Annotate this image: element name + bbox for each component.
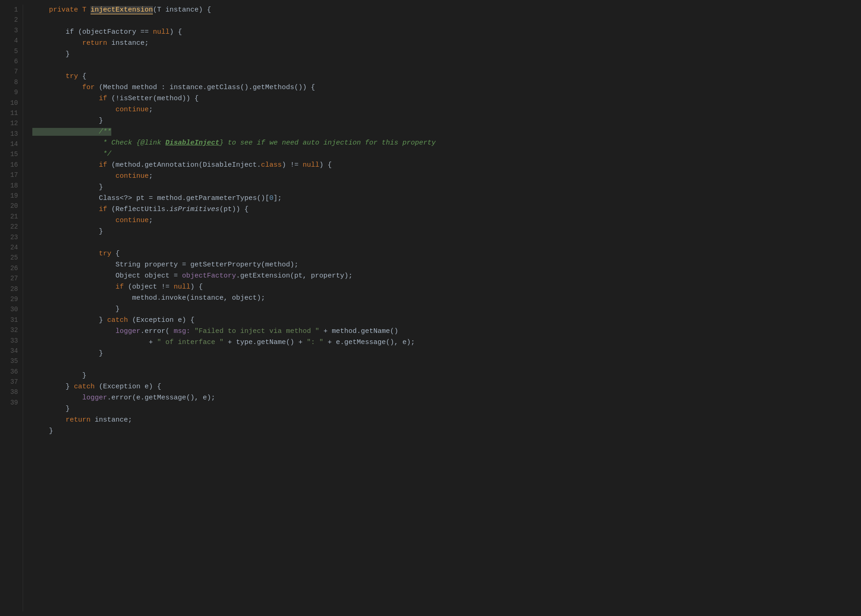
line-number: 38 <box>5 387 18 397</box>
line-number: 24 <box>5 242 18 253</box>
token: } <box>32 305 120 313</box>
line-number: 7 <box>5 66 18 77</box>
code-line: return instance; <box>32 415 852 426</box>
code-line: + " of interface " + type.getName() + ":… <box>32 337 852 348</box>
token: ) { <box>319 161 332 169</box>
line-number: 22 <box>5 222 18 232</box>
token: (Method method : instance.getClass().get… <box>95 84 315 91</box>
code-line: return instance; <box>32 38 852 49</box>
token: return <box>66 416 91 424</box>
token: + <box>32 338 157 346</box>
token: ) != <box>282 161 303 169</box>
line-number: 6 <box>5 56 18 66</box>
token: " of interface " <box>157 338 224 346</box>
line-number: 36 <box>5 367 18 377</box>
line-number: 35 <box>5 356 18 366</box>
line-number: 19 <box>5 191 18 201</box>
token: { <box>111 250 120 258</box>
token: (Exception e) { <box>95 383 161 391</box>
token: method.invoke(instance, object); <box>32 294 265 302</box>
token: "Failed to inject via method " <box>194 327 319 335</box>
line-number: 8 <box>5 77 18 87</box>
token: injectExtension <box>91 6 153 14</box>
token: instance; <box>107 39 149 47</box>
code-line: } <box>32 182 852 193</box>
code-line: logger.error(e.getMessage(), e); <box>32 393 852 404</box>
token <box>32 394 82 402</box>
code-line: method.invoke(instance, object); <box>32 293 852 304</box>
token: continue <box>115 217 149 224</box>
code-line: Object object = objectFactory.getExtensi… <box>32 271 852 282</box>
token: } <box>32 50 70 58</box>
token: } <box>32 316 107 324</box>
code-line: continue; <box>32 104 852 115</box>
token: ]; <box>273 194 282 202</box>
token: class <box>261 161 282 169</box>
code-line <box>32 237 852 248</box>
token <box>32 106 115 114</box>
token <box>32 250 99 258</box>
token: if <box>115 283 124 291</box>
token <box>32 416 66 424</box>
code-line: } <box>32 426 852 437</box>
token: objectFactory <box>182 272 236 280</box>
line-number: 5 <box>5 46 18 56</box>
line-number: 32 <box>5 325 18 335</box>
code-line: if (!isSetter(method)) { <box>32 93 852 104</box>
token <box>32 327 115 335</box>
token: ; <box>149 217 153 224</box>
token: if <box>99 95 107 103</box>
token: ) { <box>190 283 203 291</box>
token: .getExtension(pt, property); <box>236 272 352 280</box>
token: isPrimitives <box>170 205 219 213</box>
token: } <box>32 427 53 435</box>
token: if <box>99 205 107 213</box>
code-line <box>32 359 852 370</box>
token: (Exception e) { <box>128 316 194 324</box>
token: Class<?> pt = method.getParameterTypes()… <box>32 194 269 202</box>
token: return <box>82 39 107 47</box>
token <box>161 139 165 147</box>
code-line: logger.error( msg: "Failed to inject via… <box>32 326 852 337</box>
token: continue <box>115 106 149 114</box>
line-number: 16 <box>5 160 18 170</box>
line-number: 28 <box>5 284 18 294</box>
code-line: } <box>32 304 852 315</box>
token: Object object = <box>32 272 182 280</box>
token: } <box>32 383 74 391</box>
token: } <box>32 405 70 413</box>
line-number: 14 <box>5 139 18 149</box>
token <box>32 95 99 103</box>
line-number: 29 <box>5 294 18 304</box>
token: try <box>66 72 78 80</box>
token <box>32 205 99 213</box>
token: 0 <box>269 194 273 202</box>
token: null <box>303 161 319 169</box>
token: /** <box>99 128 111 136</box>
token <box>32 283 115 291</box>
code-line: } <box>32 370 852 381</box>
token: (!isSetter(method)) { <box>107 95 199 103</box>
code-content: private T injectExtension(T instance) { … <box>23 5 861 611</box>
token <box>190 327 194 335</box>
token: catch <box>107 316 128 324</box>
token: + type.getName() + <box>224 338 307 346</box>
code-line: } <box>32 348 852 359</box>
token: continue <box>115 172 149 180</box>
code-line: try { <box>32 248 852 260</box>
line-number: 12 <box>5 118 18 128</box>
line-number: 17 <box>5 170 18 180</box>
code-line: } <box>32 115 852 127</box>
token <box>32 39 82 47</box>
token <box>32 128 99 136</box>
token: @link <box>140 139 161 147</box>
code-line: } catch (Exception e) { <box>32 381 852 393</box>
token: catch <box>74 383 95 391</box>
line-number: 21 <box>5 211 18 222</box>
token <box>32 161 99 169</box>
token: if <box>99 161 107 169</box>
line-number: 39 <box>5 398 18 408</box>
line-number: 13 <box>5 129 18 139</box>
code-editor: 1234567891011121314151617181920212223242… <box>0 0 861 616</box>
token: */ <box>32 150 111 158</box>
